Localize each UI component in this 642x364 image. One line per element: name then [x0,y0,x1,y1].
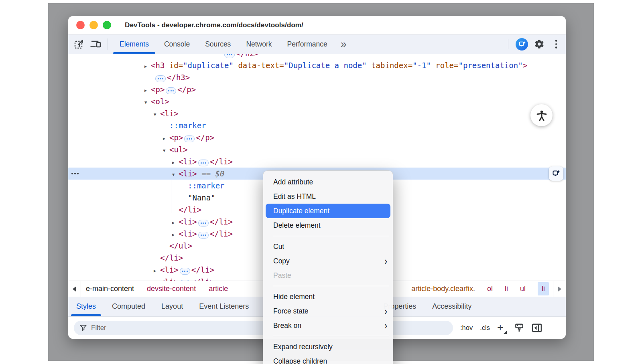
dom-node[interactable]: ▶<p></p> [68,131,566,144]
code-tag: <li> [160,109,179,118]
expand-arrow-icon[interactable]: ▶ [144,60,151,72]
context-menu: Add attributeEdit as HTMLDuplicate eleme… [263,170,393,364]
zoom-window-button[interactable] [103,21,111,29]
breadcrumb-item-ul[interactable]: ul [520,285,526,293]
expand-arrow-icon[interactable]: ▼ [144,96,151,108]
row-overflow-dots-icon[interactable] [71,168,79,180]
code-tag: </li> [210,229,233,238]
panel-tab-event-listeners[interactable]: Event Listeners [193,297,255,316]
tab-elements[interactable]: Elements [112,34,156,54]
menu-item-force-state[interactable]: Force state› [263,304,393,318]
device-toolbar-icon[interactable] [90,38,102,50]
code-pseudo: ::marker [169,121,206,130]
expand-arrow-icon[interactable]: ▶ [154,265,160,277]
expand-arrow-icon[interactable]: ▶ [172,229,179,241]
breadcrumb-item-devsite-content[interactable]: devsite-content [147,285,196,293]
collapsed-content-ellipsis-icon[interactable] [198,220,209,226]
panel-tab-layout[interactable]: Layout [155,297,189,316]
rendering-brush-icon[interactable] [514,323,524,333]
panel-tab-label: Layout [161,302,183,311]
ai-assistance-icon[interactable] [516,38,528,51]
toggle-element-state-button[interactable]: :hov [460,324,473,332]
collapsed-content-ellipsis-icon[interactable] [166,87,176,94]
menu-item-cut[interactable]: Cut [263,239,393,254]
breadcrumb-item-li[interactable]: li [505,285,508,293]
expand-arrow-icon[interactable]: ▶ [172,156,179,168]
expand-arrow-icon[interactable]: ▶ [154,277,160,281]
dom-node[interactable]: ▶<h3 id="duplicate" data-text="Duplicate… [68,59,566,71]
dom-node[interactable]: ::marker [68,119,566,131]
dom-node[interactable]: ▶<li></li> [68,156,566,168]
breadcrumb-scroll-left-button[interactable] [68,281,81,297]
panel-tab-label: Event Listeners [199,302,249,311]
breadcrumb-item-article-body-clearfix-[interactable]: article-body.clearfix. [411,285,475,293]
dom-node[interactable]: ▼<li> [68,107,566,119]
expand-arrow-icon[interactable]: ▶ [163,132,169,144]
dom-node[interactable]: ▶<p></p> [68,83,566,95]
panel-tab-computed[interactable]: Computed [106,297,152,316]
code-tag: <li> [179,229,197,238]
menu-item-label: Collapse children [273,357,327,364]
collapsed-content-ellipsis-icon[interactable] [184,135,195,142]
inspect-element-icon[interactable] [73,38,85,50]
tab-console[interactable]: Console [156,34,197,54]
menu-item-copy[interactable]: Copy› [263,254,393,268]
element-classes-button[interactable]: .cls [480,324,490,332]
collapsed-content-ellipsis-icon[interactable] [198,232,209,239]
traffic-lights [76,21,111,29]
minimize-window-button[interactable] [89,21,98,29]
expand-arrow-icon[interactable]: ▶ [144,84,151,96]
code-dollar: $0 [215,169,225,178]
menu-item-duplicate-element[interactable]: Duplicate element [266,204,390,218]
collapsed-content-ellipsis-icon[interactable] [198,160,209,166]
menu-item-expand-recursively[interactable]: Expand recursively [263,340,393,354]
collapsed-content-ellipsis-icon[interactable] [224,54,235,58]
expand-arrow-icon[interactable]: ▶ [172,216,179,229]
expand-arrow-icon[interactable]: ▼ [163,144,169,156]
close-window-button[interactable] [76,21,85,29]
panel-tab-label: Styles [76,302,96,311]
menu-item-break-on[interactable]: Break on› [263,318,393,333]
menu-item-hide-element[interactable]: Hide element [263,289,393,304]
panel-tab-label: Computed [112,302,145,311]
breadcrumb-item-li[interactable]: li [538,282,549,295]
menu-item-label: Delete element [273,221,321,230]
chevron-left-icon [73,286,76,292]
collapsed-content-ellipsis-icon[interactable] [155,75,166,82]
breadcrumb-scroll-right-button[interactable] [553,281,566,297]
expand-arrow-icon[interactable]: ▼ [154,108,160,120]
ask-ai-badge-icon[interactable] [549,166,563,181]
settings-gear-icon[interactable] [534,38,545,50]
tab-performance[interactable]: Performance [280,34,335,54]
dom-node[interactable]: ▼<ol> [68,95,566,107]
toolbar-divider [108,38,108,50]
dock-side-panel-icon[interactable] [532,323,542,333]
toolbar-right-divider [508,39,508,49]
menu-item-label: Cut [273,243,284,251]
code-tag: <h3 [151,61,165,70]
tab-network[interactable]: Network [238,34,279,54]
menu-item-add-attribute[interactable]: Add attribute [263,175,393,189]
breadcrumb-item-e-main-content[interactable]: e-main-content [86,285,134,293]
panel-tab-styles[interactable]: Styles [70,297,102,316]
menu-item-delete-element[interactable]: Delete element [263,218,393,233]
menu-item-edit-as-html[interactable]: Edit as HTML [263,189,393,204]
tab-sources[interactable]: Sources [197,34,238,54]
dom-node[interactable]: ▼<ul> [68,144,566,156]
breadcrumb-item-ol[interactable]: ol [487,285,493,293]
collapsed-content-ellipsis-icon[interactable] [180,268,190,275]
panel-tab-accessibility[interactable]: Accessibility [426,297,478,316]
dom-node[interactable]: </h3> [68,71,566,83]
tab-label: Network [246,40,272,49]
kebab-menu-icon[interactable] [551,38,562,50]
expand-arrow-icon[interactable]: ▼ [172,168,179,180]
new-style-rule-button[interactable]: + [497,322,507,333]
dom-node[interactable]: </h2> [68,54,566,59]
breadcrumb-item-article[interactable]: article [209,285,228,293]
more-tabs-icon[interactable]: » [337,39,350,50]
menu-item-label: Hide element [273,293,315,301]
panel-tab-label: Accessibility [432,302,471,311]
menu-item-collapse-children[interactable]: Collapse children [263,354,393,364]
accessibility-overlay-button[interactable] [530,104,553,126]
menu-item-paste: Paste [263,268,393,283]
